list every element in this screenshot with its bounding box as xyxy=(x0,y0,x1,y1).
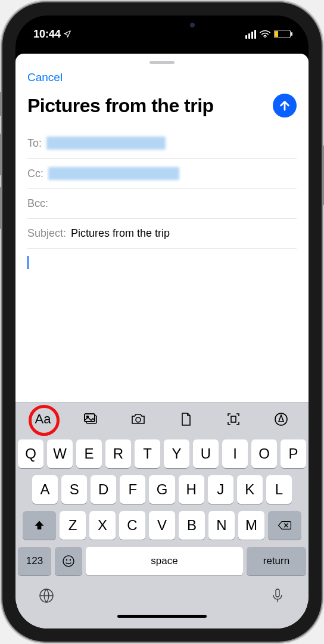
text-format-button[interactable]: Aa xyxy=(29,407,57,432)
status-time: 10:44 xyxy=(33,28,61,41)
cancel-button[interactable]: Cancel xyxy=(27,71,63,84)
shift-key[interactable] xyxy=(23,511,56,540)
key-p[interactable]: P xyxy=(281,439,306,468)
globe-icon xyxy=(38,587,55,604)
globe-button[interactable] xyxy=(38,587,55,606)
format-bar: Aa xyxy=(15,402,309,436)
sheet-grabber[interactable] xyxy=(149,61,175,64)
key-v[interactable]: V xyxy=(149,511,175,540)
mic-icon xyxy=(269,587,286,604)
cc-value-redacted xyxy=(48,167,179,180)
svg-rect-2 xyxy=(85,414,95,422)
bcc-label: Bcc: xyxy=(27,197,48,210)
key-e[interactable]: E xyxy=(76,439,102,468)
to-label: To: xyxy=(27,137,42,150)
key-n[interactable]: N xyxy=(208,511,235,540)
key-t[interactable]: T xyxy=(135,439,160,468)
keyboard: Aa xyxy=(15,402,309,628)
attach-file-button[interactable] xyxy=(172,407,200,432)
key-c[interactable]: C xyxy=(119,511,145,540)
shift-icon xyxy=(33,519,45,531)
compose-title: Pictures from the trip xyxy=(27,95,269,117)
arrow-up-icon xyxy=(278,99,291,112)
photo-library-icon xyxy=(82,411,99,428)
key-x[interactable]: X xyxy=(89,511,116,540)
svg-point-10 xyxy=(70,559,71,561)
location-icon xyxy=(63,30,71,38)
to-field[interactable]: To: xyxy=(27,128,297,159)
battery-icon xyxy=(274,30,291,38)
key-q[interactable]: Q xyxy=(18,439,43,468)
key-i[interactable]: I xyxy=(222,439,248,468)
key-w[interactable]: W xyxy=(47,439,73,468)
scan-document-button[interactable] xyxy=(220,407,247,432)
backspace-icon xyxy=(278,519,292,531)
camera-icon xyxy=(130,411,147,428)
text-cursor xyxy=(27,256,29,269)
cc-label: Cc: xyxy=(27,168,43,180)
key-d[interactable]: D xyxy=(91,475,116,504)
notch xyxy=(94,16,230,35)
subject-field[interactable]: Subject: Pictures from the trip xyxy=(27,219,297,249)
key-j[interactable]: J xyxy=(208,475,233,504)
markup-icon xyxy=(273,411,289,428)
cellular-icon xyxy=(245,30,256,39)
svg-rect-6 xyxy=(231,416,236,422)
svg-point-8 xyxy=(63,556,74,566)
key-m[interactable]: M xyxy=(238,511,264,540)
svg-point-9 xyxy=(66,559,67,561)
compose-sheet: Cancel Pictures from the trip To: Cc: xyxy=(15,54,309,628)
key-y[interactable]: Y xyxy=(164,439,189,468)
key-u[interactable]: U xyxy=(193,439,219,468)
svg-point-5 xyxy=(136,417,141,422)
key-s[interactable]: S xyxy=(61,475,87,504)
photo-library-button[interactable] xyxy=(77,407,104,432)
wifi-icon xyxy=(260,30,270,38)
return-key[interactable]: return xyxy=(247,547,306,575)
backspace-key[interactable] xyxy=(268,511,301,540)
key-k[interactable]: K xyxy=(237,475,263,504)
key-g[interactable]: G xyxy=(149,475,175,504)
to-value-redacted xyxy=(46,137,166,150)
body-input[interactable] xyxy=(15,249,309,402)
subject-value: Pictures from the trip xyxy=(71,227,170,240)
subject-label: Subject: xyxy=(27,227,66,240)
svg-rect-12 xyxy=(276,589,279,597)
key-z[interactable]: Z xyxy=(60,511,86,540)
svg-point-0 xyxy=(264,36,266,38)
send-button[interactable] xyxy=(273,94,297,117)
key-l[interactable]: L xyxy=(266,475,292,504)
home-indicator[interactable] xyxy=(117,615,207,618)
space-key[interactable]: space xyxy=(86,547,243,575)
key-h[interactable]: H xyxy=(179,475,204,504)
markup-button[interactable] xyxy=(267,407,295,432)
numbers-key[interactable]: 123 xyxy=(18,547,51,575)
scan-icon xyxy=(225,411,242,428)
key-o[interactable]: O xyxy=(251,439,277,468)
key-r[interactable]: R xyxy=(105,439,131,468)
key-a[interactable]: A xyxy=(32,475,58,504)
document-icon xyxy=(177,411,194,428)
emoji-icon xyxy=(61,554,76,568)
emoji-key[interactable] xyxy=(55,547,82,575)
key-b[interactable]: B xyxy=(179,511,205,540)
cc-field[interactable]: Cc: xyxy=(27,159,297,189)
camera-button[interactable] xyxy=(124,407,152,432)
key-f[interactable]: F xyxy=(120,475,145,504)
bcc-field[interactable]: Bcc: xyxy=(27,189,297,219)
dictation-button[interactable] xyxy=(269,587,286,606)
